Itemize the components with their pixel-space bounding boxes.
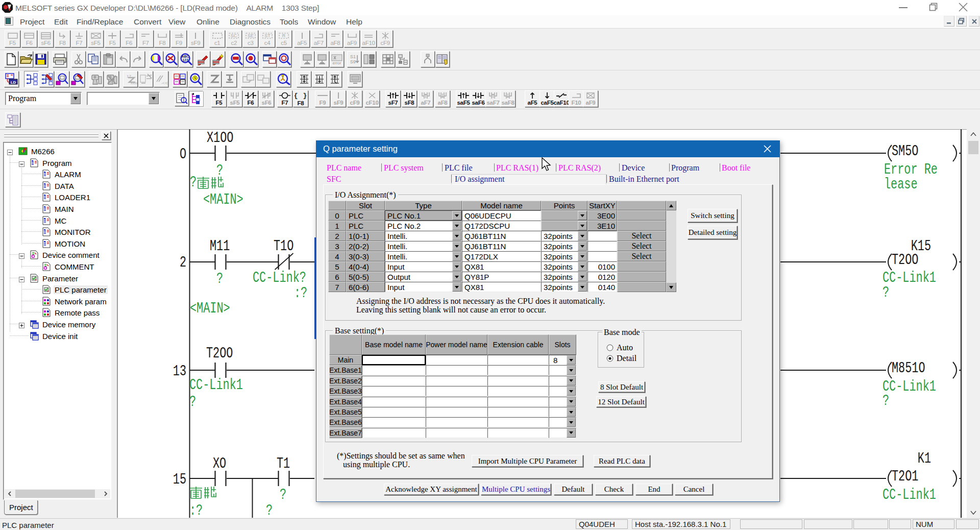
svg-text:LD: LD	[10, 80, 16, 85]
svg-text:R: R	[282, 33, 286, 38]
svg-text:error: error	[333, 61, 341, 65]
svg-text:SE: SE	[248, 33, 254, 38]
svg-text:123: 123	[182, 58, 188, 62]
svg-text:xxxx: xxxx	[131, 81, 137, 85]
svg-text:-<>|: -<>|	[161, 81, 168, 85]
svg-text:ST: ST	[264, 33, 271, 38]
svg-text:SC: SC	[231, 33, 237, 38]
svg-text:ABC: ABC	[181, 55, 189, 58]
svg-text:S1: S1	[350, 54, 356, 59]
svg-text:S9: S9	[350, 59, 356, 64]
